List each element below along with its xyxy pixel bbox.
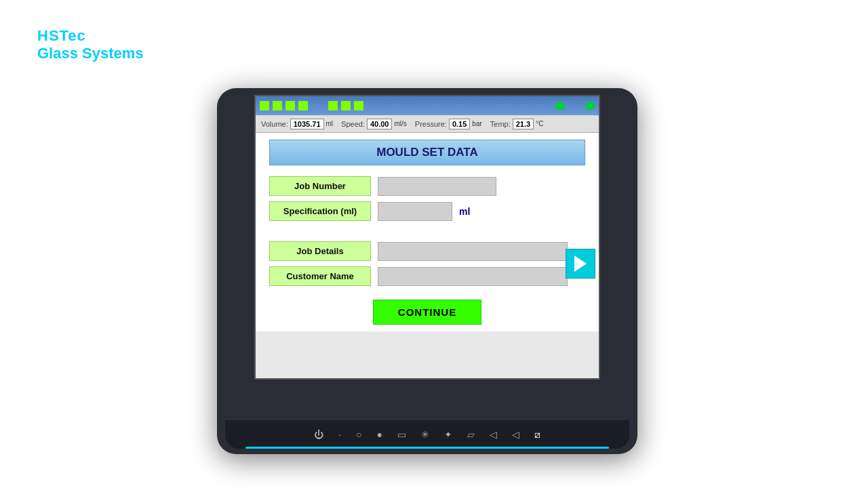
indicator-circle-1 xyxy=(555,101,565,110)
pressure-status: Pressure: 0.15 bar xyxy=(415,119,482,129)
pressure-label: Pressure: xyxy=(415,120,447,128)
logo-text-hstec: HSTec xyxy=(37,27,86,44)
indicator-6 xyxy=(341,101,351,110)
dot-icon-1: · xyxy=(338,429,341,440)
speed-value: 40.00 xyxy=(367,119,393,129)
power-icon[interactable]: ⏻ xyxy=(314,429,323,440)
job-details-label: Job Details xyxy=(269,241,371,261)
logo: HSTec Glass Systems xyxy=(37,27,144,62)
dot-icon-2: ○ xyxy=(356,429,361,440)
indicator-1 xyxy=(260,101,269,110)
screen: Volume: 1035.71 ml Speed: 40.00 ml/s Pre… xyxy=(254,95,600,380)
indicator-5 xyxy=(328,101,338,110)
indicator-7 xyxy=(354,101,363,110)
specification-input[interactable] xyxy=(378,202,452,221)
volume-label: Volume: xyxy=(261,120,288,128)
logo-line1: HSTec xyxy=(37,27,144,45)
form-section: Job Number Specification (ml) ml Job Det… xyxy=(269,176,585,286)
indicator-2 xyxy=(273,101,282,110)
temp-unit: °C xyxy=(536,120,543,127)
job-number-row: Job Number xyxy=(269,176,585,196)
settings-icon[interactable]: ⧄ xyxy=(534,429,540,441)
volume-unit: ml xyxy=(326,120,334,127)
speed-unit: ml/s xyxy=(394,120,406,127)
top-indicator-bar xyxy=(256,96,599,115)
speed-label: Speed: xyxy=(341,120,365,128)
temp-label: Temp: xyxy=(490,120,511,128)
brightness-icon-1[interactable]: ✳ xyxy=(421,429,429,440)
dot-icon-3: ● xyxy=(376,429,382,440)
speed-status: Speed: 40.00 ml/s xyxy=(341,119,407,129)
status-bar: Volume: 1035.71 ml Speed: 40.00 ml/s Pre… xyxy=(256,115,599,133)
volume-value: 1035.71 xyxy=(290,119,324,129)
continue-button[interactable]: CONTINUE xyxy=(373,300,481,325)
customer-name-label: Customer Name xyxy=(269,266,371,286)
customer-name-input[interactable] xyxy=(378,267,568,286)
indicator-circle-2 xyxy=(585,101,595,110)
volume-up-icon[interactable]: ◁ xyxy=(512,429,519,440)
tablet-bottom-bar: ⏻ · ○ ● ▭ ✳ ✦ ▱ ◁ ◁ ⧄ xyxy=(225,420,629,449)
brightness-icon-2[interactable]: ✦ xyxy=(444,429,452,440)
volume-down-icon[interactable]: ◁ xyxy=(490,429,497,440)
pressure-unit: bar xyxy=(472,120,481,127)
volume-status: Volume: 1035.71 ml xyxy=(261,119,333,129)
temp-value: 21.3 xyxy=(513,119,534,129)
main-content: MOULD SET DATA Job Number Specification … xyxy=(256,133,599,331)
indicator-4 xyxy=(298,101,308,110)
job-details-row: Job Details xyxy=(269,241,585,261)
arrow-right-icon xyxy=(574,256,587,272)
arrow-button[interactable] xyxy=(566,249,595,279)
logo-line2: Glass Systems xyxy=(37,45,144,62)
ml-unit: ml xyxy=(459,206,470,217)
job-number-label: Job Number xyxy=(269,176,371,196)
logo-text-glass-systems: Glass Systems xyxy=(37,45,144,62)
specification-row: Specification (ml) ml xyxy=(269,201,585,221)
form-title: MOULD SET DATA xyxy=(269,140,585,165)
customer-name-row: Customer Name xyxy=(269,266,585,286)
specification-label: Specification (ml) xyxy=(269,201,371,221)
tablet-device: Volume: 1035.71 ml Speed: 40.00 ml/s Pre… xyxy=(217,88,637,454)
indicator-3 xyxy=(285,101,295,110)
job-number-input[interactable] xyxy=(378,177,496,196)
screen-icon[interactable]: ▱ xyxy=(467,429,475,440)
job-details-input[interactable] xyxy=(378,242,568,261)
pressure-value: 0.15 xyxy=(449,119,470,129)
square-icon[interactable]: ▭ xyxy=(397,429,406,440)
temp-status: Temp: 21.3 °C xyxy=(490,119,544,129)
